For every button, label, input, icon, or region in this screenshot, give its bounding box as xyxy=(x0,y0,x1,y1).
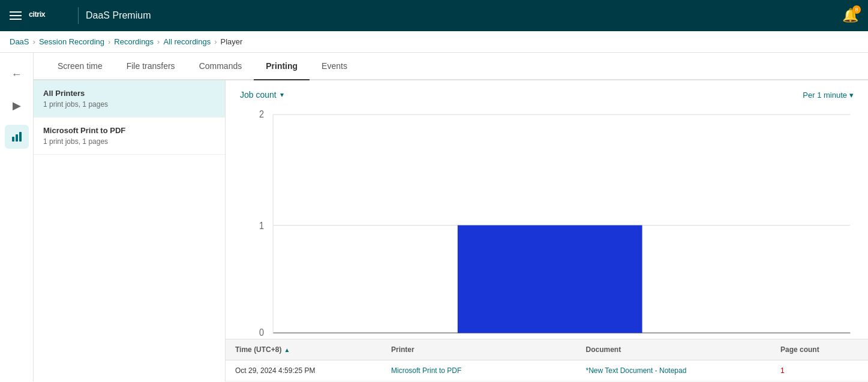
document-link[interactable]: *New Text Document - Notepad xyxy=(586,366,687,375)
printer-info-pdf: 1 print jobs, 1 pages xyxy=(43,137,215,146)
table-row: Oct 29, 2024 4:59:25 PM Microsoft Print … xyxy=(226,360,868,381)
breadcrumb-sep-1: › xyxy=(33,37,35,46)
per-minute-chevron: ▾ xyxy=(849,91,854,100)
citrix-logo: citrix xyxy=(29,5,71,26)
breadcrumb-sep-3: › xyxy=(157,37,160,46)
chart-container: 2 1 0 16:58 PM xyxy=(226,104,868,339)
tab-commands[interactable]: Commands xyxy=(187,53,254,80)
breadcrumb-recordings[interactable]: Recordings xyxy=(114,37,154,46)
job-count-dropdown[interactable]: ▾ xyxy=(280,91,284,99)
printer-name-pdf: Microsoft Print to PDF xyxy=(43,126,215,135)
chart-title-row: Job count ▾ xyxy=(240,90,284,100)
notification-badge: 8 xyxy=(852,5,861,14)
product-name: DaaS Premium xyxy=(86,10,151,21)
chart-header: Job count ▾ Per 1 minute ▾ xyxy=(226,80,868,104)
printer-info: 1 print jobs, 1 pages xyxy=(43,100,215,109)
breadcrumb-sep-4: › xyxy=(214,37,217,46)
notification-area[interactable]: 🔔 8 xyxy=(842,8,858,23)
breadcrumb-sep-2: › xyxy=(108,37,110,46)
breadcrumb-current: Player xyxy=(221,37,243,46)
table-header: Time (UTC+8) ▲ Printer Document Page cou… xyxy=(226,339,868,360)
right-panel: Job count ▾ Per 1 minute ▾ 2 1 0 xyxy=(226,80,868,381)
cell-document[interactable]: *New Text Document - Notepad xyxy=(586,366,781,375)
sidebar: ← ▶ xyxy=(0,53,34,381)
breadcrumb-daas[interactable]: DaaS xyxy=(10,37,29,46)
svg-rect-1 xyxy=(12,137,14,142)
content-area: Screen time File transfers Commands Prin… xyxy=(34,53,868,381)
breadcrumb-session-recording[interactable]: Session Recording xyxy=(39,37,104,46)
col-header-pagecount: Page count xyxy=(780,345,858,354)
chart-button[interactable] xyxy=(5,125,29,149)
printer-list: All Printers 1 print jobs, 1 pages Micro… xyxy=(34,80,226,381)
breadcrumb-all-recordings[interactable]: All recordings xyxy=(163,37,211,46)
svg-rect-2 xyxy=(16,134,18,142)
svg-text:16:58 PM: 16:58 PM xyxy=(256,338,290,339)
sort-icon[interactable]: ▲ xyxy=(284,347,290,353)
tab-screen-time[interactable]: Screen time xyxy=(46,53,115,80)
tab-printing[interactable]: Printing xyxy=(254,53,310,80)
col-header-printer: Printer xyxy=(391,345,586,354)
cell-pagecount: 1 xyxy=(780,366,858,375)
tab-events[interactable]: Events xyxy=(310,53,359,80)
breadcrumb: DaaS › Session Recording › Recordings › … xyxy=(0,31,868,53)
logo-divider xyxy=(78,7,79,24)
chart-svg: 2 1 0 16:58 PM xyxy=(250,104,854,339)
chart-bar xyxy=(458,225,642,333)
topbar: citrix DaaS Premium 🔔 8 xyxy=(0,0,868,31)
chart-title: Job count xyxy=(240,90,277,100)
back-button[interactable]: ← xyxy=(5,62,29,86)
svg-text:17:01 PM: 17:01 PM xyxy=(810,338,844,339)
col-header-document: Document xyxy=(586,345,781,354)
main-layout: ← ▶ Screen time File transfers Commands … xyxy=(0,53,868,381)
cell-printer[interactable]: Microsoft Print to PDF xyxy=(391,366,586,375)
printing-area: All Printers 1 print jobs, 1 pages Micro… xyxy=(34,80,868,381)
play-button[interactable]: ▶ xyxy=(5,94,29,118)
tabs: Screen time File transfers Commands Prin… xyxy=(34,53,868,80)
svg-text:1: 1 xyxy=(259,220,264,231)
per-minute-label: Per 1 minute xyxy=(803,91,847,100)
col-header-time: Time (UTC+8) ▲ xyxy=(235,345,391,354)
per-minute-button[interactable]: Per 1 minute ▾ xyxy=(803,91,854,100)
printer-item-pdf[interactable]: Microsoft Print to PDF 1 print jobs, 1 p… xyxy=(34,118,225,155)
hamburger-menu[interactable] xyxy=(10,11,22,20)
svg-text:16:59 PM: 16:59 PM xyxy=(440,338,474,339)
print-table: Time (UTC+8) ▲ Printer Document Page cou… xyxy=(226,339,868,381)
printer-link[interactable]: Microsoft Print to PDF xyxy=(391,366,461,375)
printer-item-all[interactable]: All Printers 1 print jobs, 1 pages xyxy=(34,80,225,118)
svg-text:citrix: citrix xyxy=(29,10,46,19)
svg-text:0: 0 xyxy=(259,327,264,338)
svg-text:17:00 PM: 17:00 PM xyxy=(625,338,659,339)
tab-file-transfers[interactable]: File transfers xyxy=(115,53,187,80)
svg-rect-3 xyxy=(19,132,22,142)
svg-text:2: 2 xyxy=(259,109,264,119)
cell-time: Oct 29, 2024 4:59:25 PM xyxy=(235,366,391,375)
printer-name: All Printers xyxy=(43,89,215,98)
